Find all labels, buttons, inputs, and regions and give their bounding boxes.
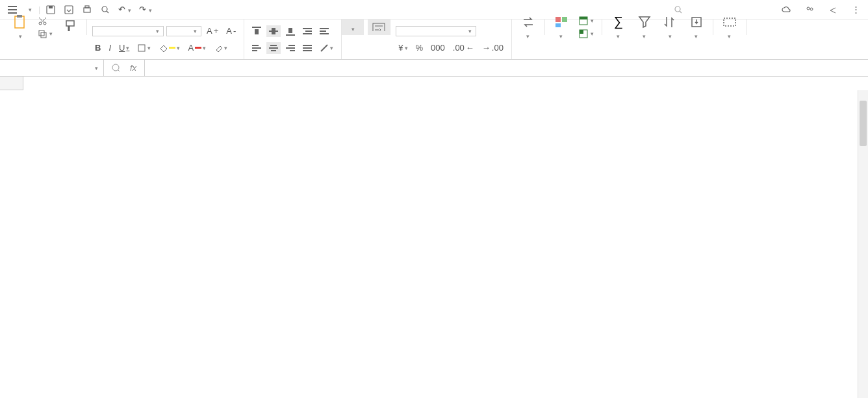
svg-point-10	[807, 7, 810, 10]
print-icon[interactable]	[79, 3, 95, 16]
indent-decrease-button[interactable]	[300, 25, 314, 37]
clipboard-group: ▾ ▾	[4, 19, 87, 35]
clear-format-button[interactable]: ▾	[211, 42, 230, 54]
cut-button[interactable]	[35, 15, 55, 27]
comma-button[interactable]: 000	[428, 42, 448, 54]
bold-button[interactable]: B	[92, 42, 103, 54]
svg-point-9	[675, 6, 680, 12]
svg-rect-50	[580, 17, 587, 19]
align-bottom-button[interactable]	[283, 25, 298, 37]
increase-decimal-button[interactable]: .00←	[450, 42, 477, 54]
paste-button[interactable]: ▾	[9, 14, 31, 42]
redo-icon[interactable]: ↷ ▾	[136, 3, 155, 16]
svg-rect-32	[252, 45, 259, 46]
svg-rect-31	[320, 33, 329, 34]
svg-rect-43	[303, 50, 312, 51]
svg-rect-35	[270, 45, 277, 46]
fill-button[interactable]: ▾	[685, 14, 708, 42]
svg-rect-0	[8, 6, 17, 7]
formula-bar: ▾ fx	[0, 60, 868, 77]
save-as-icon[interactable]	[61, 3, 77, 16]
save-icon[interactable]	[43, 3, 58, 16]
align-middle-button[interactable]	[266, 25, 281, 37]
sync-status[interactable]	[779, 4, 795, 16]
sheet-area	[0, 77, 868, 398]
name-box[interactable]: ▾	[0, 60, 104, 76]
select-all-corner[interactable]	[0, 77, 23, 90]
italic-button[interactable]: I	[106, 42, 114, 54]
underline-button[interactable]: U▾	[116, 42, 132, 54]
cond-format-button[interactable]: ▾	[550, 14, 572, 42]
svg-rect-20	[252, 27, 261, 28]
fill-color-button[interactable]: ▾	[156, 42, 183, 54]
currency-button[interactable]: ¥▾	[396, 42, 410, 54]
fill-down-icon	[689, 15, 704, 29]
file-menu[interactable]: ▾	[22, 5, 36, 14]
align-center-button[interactable]	[266, 42, 281, 54]
formula-input[interactable]	[150, 63, 863, 73]
wrap-icon	[372, 22, 386, 31]
merge-center-button[interactable]: ▾	[342, 19, 364, 35]
orientation-button[interactable]: ▾	[317, 42, 336, 54]
cancel-fx-button[interactable]	[109, 62, 123, 74]
type-convert-button[interactable]: ▾	[517, 14, 539, 42]
sum-button[interactable]: ∑▾	[607, 14, 630, 42]
percent-button[interactable]: %	[413, 42, 426, 54]
copy-button[interactable]: ▾	[35, 28, 55, 40]
collaborate-button[interactable]	[802, 4, 818, 16]
border-button[interactable]: ▾	[134, 42, 153, 54]
svg-point-11	[810, 8, 813, 10]
decrease-decimal-button[interactable]: →.00	[479, 42, 506, 54]
number-group: ▾ ¥▾ % 000 .00← →.00	[390, 19, 512, 59]
grow-font-button[interactable]: A+	[204, 25, 221, 37]
svg-rect-39	[286, 47, 295, 49]
auto-wrap-button[interactable]	[368, 19, 390, 35]
font-color-button[interactable]: A▾	[185, 42, 209, 54]
more-icon[interactable]: ⋮	[849, 3, 863, 16]
svg-rect-28	[303, 33, 312, 34]
sort-button[interactable]: ▾	[659, 14, 682, 42]
cut-copy-col: ▾	[35, 15, 55, 40]
cell-icon	[722, 15, 737, 29]
search-icon	[674, 5, 683, 14]
table-style-button[interactable]: ▾	[576, 15, 596, 27]
ribbon: ▾ ▾ ▾ ▾ A+ A- B I U▾ ▾ ▾ A▾ ▾	[0, 19, 868, 60]
name-box-input[interactable]	[25, 63, 90, 73]
cell-button[interactable]: ▾	[719, 14, 741, 42]
share-button[interactable]	[826, 4, 841, 16]
align-right-button[interactable]	[283, 42, 298, 54]
svg-point-8	[102, 6, 107, 12]
justify-button[interactable]	[300, 42, 314, 54]
font-size-select[interactable]: ▾	[166, 26, 201, 36]
font-group: ▾ ▾ A+ A- B I U▾ ▾ ▾ A▾ ▾	[87, 19, 244, 59]
svg-rect-12	[15, 16, 24, 28]
svg-rect-24	[286, 34, 295, 36]
divider: |	[38, 5, 40, 14]
sort-icon	[663, 15, 678, 29]
number-format-select[interactable]: ▾	[396, 26, 476, 36]
sync-area: ⋮	[779, 3, 863, 16]
vertical-scrollbar[interactable]	[858, 90, 868, 398]
svg-rect-21	[255, 29, 259, 34]
scissors-icon	[38, 16, 47, 25]
scrollbar-thumb[interactable]	[860, 101, 867, 146]
users-icon	[805, 5, 814, 14]
svg-rect-13	[17, 15, 22, 18]
type-group: ▾	[512, 19, 545, 35]
cell-style-icon	[579, 29, 588, 38]
font-name-select[interactable]: ▾	[92, 26, 164, 36]
svg-rect-33	[252, 47, 261, 49]
svg-rect-52	[580, 30, 583, 34]
format-painter-button[interactable]	[59, 18, 81, 36]
align-top-button[interactable]	[249, 25, 264, 37]
shrink-font-button[interactable]: A-	[223, 25, 238, 37]
align-left-button[interactable]	[249, 42, 264, 54]
filter-button[interactable]: ▾	[633, 14, 656, 42]
svg-rect-18	[66, 21, 74, 26]
print-preview-icon[interactable]	[97, 3, 113, 16]
fx-icon[interactable]: fx	[127, 62, 139, 74]
brush-icon	[63, 19, 77, 34]
indent-increase-button[interactable]	[317, 25, 331, 37]
cell-style-button[interactable]: ▾	[576, 28, 596, 40]
undo-icon[interactable]: ↶ ▾	[116, 3, 134, 16]
